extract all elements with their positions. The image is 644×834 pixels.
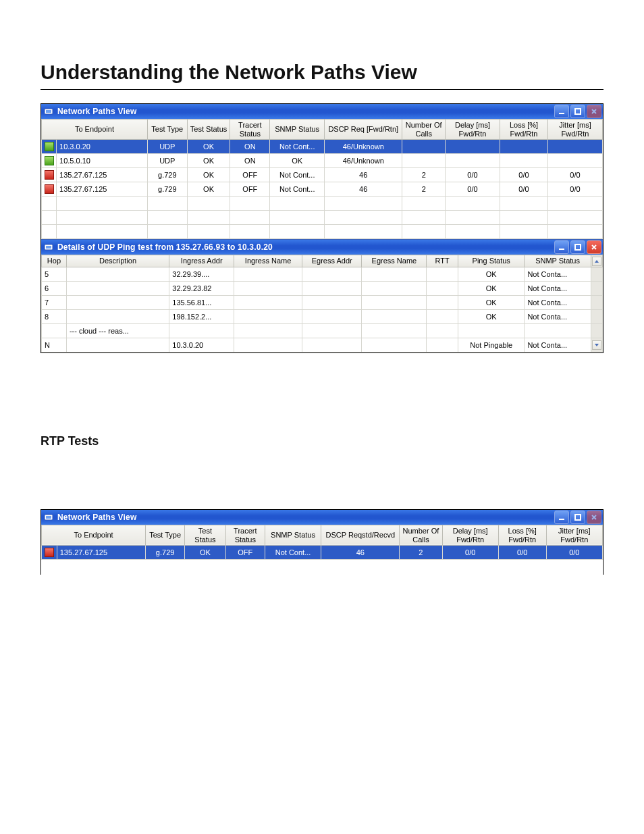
- cell-ping-status: [458, 323, 525, 338]
- close-button[interactable]: [587, 511, 601, 524]
- window-title: Details of UDP Ping test from 135.27.66.…: [57, 242, 554, 252]
- cell-desc: [66, 281, 169, 295]
- cell-test-status: OK: [187, 154, 230, 168]
- maximize-button[interactable]: [570, 511, 585, 524]
- cell-ping-status: OK: [458, 295, 525, 309]
- col-snmp-status[interactable]: SNMP Status: [270, 120, 325, 140]
- col-egress-addr[interactable]: Egress Addr: [302, 255, 362, 267]
- col-endpoint[interactable]: To Endpoint: [42, 525, 146, 545]
- col-ingress-name[interactable]: Ingress Name: [234, 255, 302, 267]
- scrollbar-track[interactable]: [591, 323, 602, 338]
- col-desc[interactable]: Description: [66, 255, 169, 267]
- col-test-type[interactable]: Test Type: [146, 525, 185, 545]
- col-jitter[interactable]: Jitter [ms] Fwd/Rtn: [546, 525, 602, 545]
- scrollbar-track[interactable]: [591, 309, 602, 323]
- table-row[interactable]: 532.29.39....OKNot Conta...: [42, 267, 603, 281]
- col-snmp-status[interactable]: SNMP Status: [265, 525, 321, 545]
- col-ingress-addr[interactable]: Ingress Addr: [169, 255, 234, 267]
- col-dscp[interactable]: DSCP Reqstd/Recvd: [321, 525, 400, 545]
- cell: [230, 211, 270, 225]
- col-jitter[interactable]: Jitter [ms] Fwd/Rtn: [548, 120, 603, 140]
- table-row[interactable]: 10.5.0.10UDPOKONOK46/Unknown: [42, 154, 603, 168]
- cell-egress-name: [362, 338, 427, 352]
- table-row[interactable]: 10.3.0.20UDPOKONNot Cont...46/Unknown: [42, 140, 603, 154]
- table-row[interactable]: 632.29.23.82OKNot Conta...: [42, 281, 603, 295]
- col-endpoint[interactable]: To Endpoint: [42, 120, 148, 140]
- col-hop[interactable]: Hop: [42, 255, 67, 267]
- cell-dscp: 46/Unknown: [325, 154, 402, 168]
- cell-delay: 0/0: [446, 168, 500, 182]
- col-delay[interactable]: Delay [ms] Fwd/Rtn: [446, 120, 500, 140]
- endpoint-icon: [45, 562, 54, 571]
- details-table[interactable]: Hop Description Ingress Addr Ingress Nam…: [41, 255, 603, 353]
- cell-desc: [66, 309, 169, 323]
- cell-egress-name: [362, 267, 427, 281]
- row-type-icon: [42, 546, 57, 560]
- cell-desc: --- cloud --- reas...: [66, 323, 169, 338]
- table-row[interactable]: 135.27.67.125g.729OKOFFNot Cont...4620/0…: [42, 546, 603, 560]
- table-row[interactable]: N10.3.0.20Not PingableNot Conta...: [42, 338, 603, 352]
- cell: [402, 211, 446, 225]
- table-row[interactable]: [42, 225, 603, 239]
- svg-rect-2: [559, 113, 564, 114]
- row-type-icon: [42, 140, 57, 154]
- cell: [402, 225, 446, 239]
- window-title: Network Paths View: [57, 107, 554, 116]
- scroll-down[interactable]: [591, 338, 602, 352]
- col-test-status[interactable]: Test Status: [187, 120, 230, 140]
- col-loss[interactable]: Loss [%] Fwd/Rtn: [500, 120, 547, 140]
- maximize-button[interactable]: [570, 105, 585, 118]
- close-button[interactable]: [587, 240, 601, 254]
- close-button[interactable]: [587, 105, 601, 118]
- cell: [500, 225, 547, 239]
- minimize-button[interactable]: [554, 105, 569, 118]
- cell-ingress-name: [234, 323, 302, 338]
- col-ping-status[interactable]: Ping Status: [458, 255, 525, 267]
- col-snmp-status[interactable]: SNMP Status: [525, 255, 591, 267]
- scrollbar-track[interactable]: [591, 267, 602, 281]
- col-rtt[interactable]: RTT: [427, 255, 458, 267]
- cell-jitter: 0/0: [548, 168, 603, 182]
- app-icon: [44, 513, 53, 522]
- minimize-button[interactable]: [554, 240, 569, 254]
- cell-delay: 0/0: [442, 560, 498, 574]
- cell-desc: [66, 338, 169, 352]
- table-row[interactable]: 135.27.67.125g.729OKOFFNot Cont...4620/0…: [42, 560, 603, 574]
- cell: [42, 197, 57, 211]
- row-type-icon: [42, 168, 57, 182]
- scrollbar-track[interactable]: [591, 295, 602, 309]
- table-row[interactable]: 135.27.67.125g.729OKOFFNot Cont...4620/0…: [42, 182, 603, 197]
- col-tracert-status[interactable]: Tracert Status: [230, 120, 270, 140]
- minimize-button[interactable]: [554, 511, 569, 524]
- col-tracert-status[interactable]: Tracert Status: [225, 525, 265, 545]
- col-dscp[interactable]: DSCP Req [Fwd/Rtn]: [325, 120, 402, 140]
- table-row[interactable]: [42, 197, 603, 211]
- rtp-table[interactable]: To Endpoint Test Type Test Status Tracer…: [41, 525, 603, 574]
- col-test-type[interactable]: Test Type: [147, 120, 187, 140]
- col-calls[interactable]: Number Of Calls: [402, 120, 446, 140]
- table-row[interactable]: [42, 211, 603, 225]
- cell-loss: 0/0: [500, 182, 547, 197]
- paths-table[interactable]: To Endpoint Test Type Test Status Tracer…: [41, 119, 603, 239]
- cell-ingress-addr: 10.3.0.20: [169, 338, 234, 352]
- col-calls[interactable]: Number Of Calls: [400, 525, 442, 545]
- maximize-button[interactable]: [570, 240, 585, 254]
- cell: [270, 225, 325, 239]
- scroll-up[interactable]: [591, 255, 602, 267]
- cell-tracert-status: OFF: [225, 560, 265, 574]
- table-row[interactable]: --- cloud --- reas...: [42, 323, 603, 338]
- col-test-status[interactable]: Test Status: [185, 525, 226, 545]
- table-row[interactable]: 135.27.67.125g.729OKOFFNot Cont...4620/0…: [42, 168, 603, 182]
- col-loss[interactable]: Loss [%] Fwd/Rtn: [498, 525, 546, 545]
- col-egress-name[interactable]: Egress Name: [362, 255, 427, 267]
- cell-ingress-addr: 32.29.39....: [169, 267, 234, 281]
- titlebar: Details of UDP Ping test from 135.27.66.…: [41, 240, 603, 255]
- cell-ingress-name: [234, 281, 302, 295]
- cell-rtt: [427, 281, 458, 295]
- table-row[interactable]: 7135.56.81...OKNot Conta...: [42, 295, 603, 309]
- scrollbar-track[interactable]: [591, 281, 602, 295]
- table-row[interactable]: 8198.152.2...OKNot Conta...: [42, 309, 603, 323]
- cell-egress-addr: [302, 309, 362, 323]
- cell: [187, 211, 230, 225]
- col-delay[interactable]: Delay [ms] Fwd/Rtn: [442, 525, 498, 545]
